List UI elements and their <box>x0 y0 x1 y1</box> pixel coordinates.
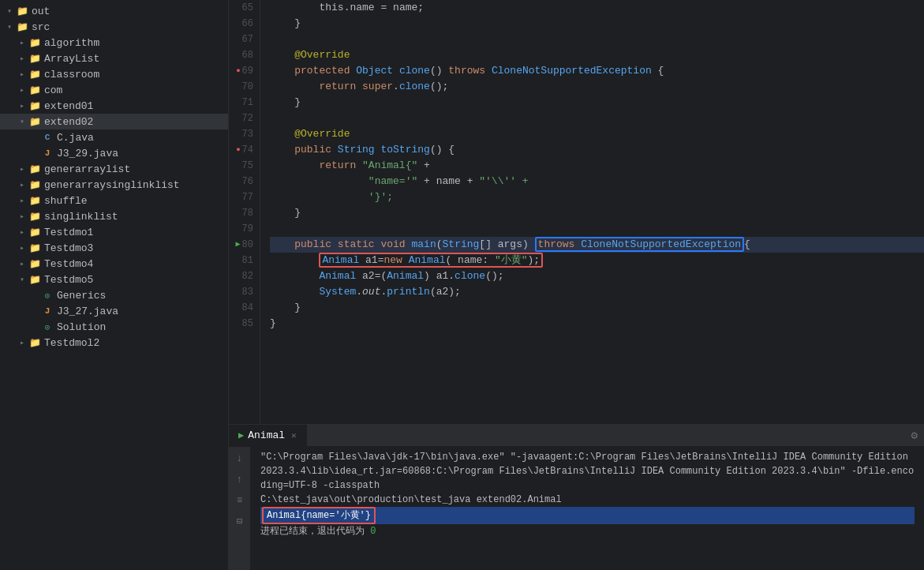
sidebar-item-testdmo1[interactable]: 📁 Testdmo1 <box>0 224 228 240</box>
sidebar-item-label: Solution <box>57 321 106 333</box>
terminal-content: "C:\Program Files\Java\jdk-17\bin\java.e… <box>251 447 924 570</box>
editor-wrapper: 65 66 67 68 ● 69 70 71 72 73 ● 74 <box>229 0 924 570</box>
code-line-75: return "Animal{" + <box>270 158 924 174</box>
chevron-icon <box>16 210 28 223</box>
line-num-82: 82 <box>235 268 253 284</box>
sidebar-item-label: Generics <box>57 290 106 302</box>
gear-icon[interactable]: ⚙ <box>905 429 924 442</box>
wrap-icon[interactable]: ≡ <box>234 493 245 508</box>
code-line-65: this.name = name; <box>270 0 924 16</box>
folder-icon: 📁 <box>28 36 41 49</box>
sidebar-item-extend02[interactable]: 📁 extend02 <box>0 114 228 129</box>
line-num-72: 72 <box>235 111 253 126</box>
sidebar-item-generics[interactable]: ⊙ Generics <box>0 287 228 303</box>
code-line-77: '}'; <box>270 189 924 205</box>
chevron-icon <box>3 21 16 33</box>
code-line-67 <box>270 32 924 47</box>
line-num-69: ● 69 <box>235 63 253 79</box>
sidebar-item-shuffle[interactable]: 📁 shuffle <box>0 193 228 208</box>
sidebar-item-j3-29[interactable]: J J3_29.java <box>0 145 228 161</box>
line-num-73: 73 <box>235 126 253 142</box>
line-num-79: 79 <box>235 221 253 237</box>
chevron-icon <box>16 178 28 191</box>
code-line-74: public String toString() { <box>270 142 924 158</box>
sidebar-item-com[interactable]: 📁 com <box>0 82 228 98</box>
sidebar-item-label: singlinklist <box>44 211 118 223</box>
terminal-tab-close[interactable]: ✕ <box>291 430 297 441</box>
sidebar-item-label: ArrayList <box>44 53 99 65</box>
code-line-72 <box>270 111 924 126</box>
sidebar-item-classroom[interactable]: 📁 classroom <box>0 66 228 82</box>
filter-icon[interactable]: ⊟ <box>234 513 245 530</box>
sidebar-item-cjava[interactable]: C C.java <box>0 129 228 145</box>
scroll-down-icon[interactable]: ↓ <box>234 450 245 467</box>
chevron-icon <box>16 84 28 96</box>
sidebar-item-testdmo5[interactable]: 📁 Testdmo5 <box>0 272 228 287</box>
line-num-68: 68 <box>235 47 253 63</box>
code-line-76: "name='" + name + "'\\'' + <box>270 174 924 189</box>
chevron-icon <box>16 36 28 49</box>
code-content[interactable]: this.name = name; } @Override protected … <box>260 0 924 424</box>
exit-code: 0 <box>370 526 376 537</box>
code-line-82: Animal a2=(Animal) a1.clone(); <box>270 268 924 284</box>
chevron-icon <box>3 5 16 17</box>
code-line-83: System.out.println(a2); <box>270 284 924 300</box>
line-num-71: 71 <box>235 95 253 111</box>
terminal-line-1: "C:\Program Files\Java\jdk-17\bin\java.e… <box>260 450 915 493</box>
code-line-79 <box>270 221 924 237</box>
folder-icon: 📁 <box>28 336 41 349</box>
sidebar-item-testdmo3[interactable]: 📁 Testdmo3 <box>0 240 228 256</box>
main-area: 📁 out 📁 src 📁 algorithm 📁 ArrayList 📁 cl… <box>0 0 924 570</box>
terminal-tab-icon: ▶ <box>238 429 244 441</box>
sidebar-item-singlinklist[interactable]: 📁 singlinklist <box>0 208 228 224</box>
terminal-line-5: 进程已结束，退出代码为 0 <box>260 524 915 538</box>
folder-icon: 📁 <box>28 115 41 128</box>
chevron-icon <box>16 242 28 254</box>
line-num-80: ▶ 80 <box>235 237 253 253</box>
code-line-73: @Override <box>270 126 924 142</box>
breakpoint-icon: ● <box>236 63 240 79</box>
folder-icon: 📁 <box>28 210 41 223</box>
code-line-66: } <box>270 16 924 32</box>
chevron-icon <box>16 194 28 207</box>
sidebar-item-testdmol2[interactable]: 📁 Testdmol2 <box>0 335 228 351</box>
sidebar-item-generarraylist[interactable]: 📁 generarraylist <box>0 161 228 177</box>
sidebar-item-generarraysinglinklist[interactable]: 📁 generarraysinglinklist <box>0 177 228 193</box>
sidebar-item-algorithm[interactable]: 📁 algorithm <box>0 35 228 51</box>
sidebar-item-label: generarraylist <box>44 163 130 175</box>
sidebar-item-arraylist[interactable]: 📁 ArrayList <box>0 51 228 66</box>
chevron-icon <box>16 273 28 286</box>
sidebar-item-src[interactable]: 📁 src <box>0 19 228 35</box>
sidebar-item-label: src <box>32 21 50 33</box>
line-num-76: 76 <box>235 174 253 189</box>
folder-icon: 📁 <box>28 273 41 286</box>
sidebar-item-testdmo4[interactable]: 📁 Testdmo4 <box>0 256 228 272</box>
scroll-up-icon[interactable]: ↑ <box>234 471 245 488</box>
folder-icon: 📁 <box>28 84 41 96</box>
sidebar-item-label: shuffle <box>44 195 88 207</box>
line-num-66: 66 <box>235 16 253 32</box>
terminal-line-2: C:\test_java\out\production\test_java ex… <box>260 493 915 507</box>
chevron-icon <box>16 99 28 112</box>
sidebar-item-solution[interactable]: ⊙ Solution <box>0 319 228 335</box>
chevron-icon <box>16 226 28 238</box>
breakpoint-icon: ● <box>236 142 240 158</box>
code-line-69: protected Object clone() throws CloneNot… <box>270 63 924 79</box>
terminal-tab-animal[interactable]: ▶ Animal ✕ <box>229 425 307 446</box>
line-num-83: 83 <box>235 284 253 300</box>
sidebar-item-extend01[interactable]: 📁 extend01 <box>0 98 228 114</box>
sidebar-item-label: out <box>32 6 50 17</box>
line-num-78: 78 <box>235 205 253 221</box>
folder-icon: 📁 <box>16 5 28 17</box>
chevron-icon <box>16 163 28 175</box>
sidebar-item-j3-27[interactable]: J J3_27.java <box>0 303 228 319</box>
line-num-85: 85 <box>235 316 253 332</box>
sidebar-item-out[interactable]: 📁 out <box>0 3 228 19</box>
folder-icon: 📁 <box>28 242 41 254</box>
line-num-81: 81 <box>235 253 253 268</box>
sidebar-item-label: J3_27.java <box>57 306 118 317</box>
sidebar-item-label: extend01 <box>44 100 93 112</box>
code-line-85: } <box>270 316 924 332</box>
file-tree-sidebar: 📁 out 📁 src 📁 algorithm 📁 ArrayList 📁 cl… <box>0 0 229 570</box>
bottom-tabs: ▶ Animal ✕ ⚙ <box>229 425 924 447</box>
